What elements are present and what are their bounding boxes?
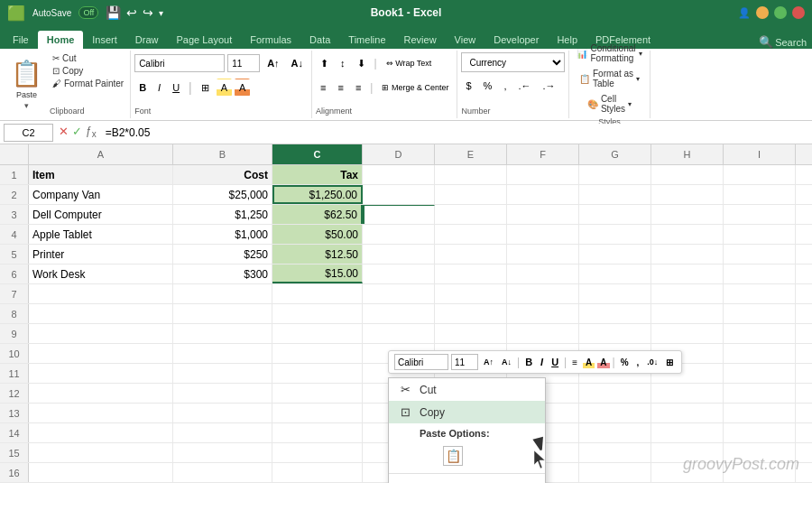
cell-e4[interactable] (435, 225, 507, 244)
cell-f7[interactable] (507, 284, 579, 303)
cell-i2[interactable] (724, 185, 796, 204)
col-header-h[interactable]: H (651, 144, 724, 164)
cell-h3[interactable] (651, 205, 724, 224)
cell-f5[interactable] (507, 245, 579, 264)
save-icon[interactable]: 💾 (106, 5, 121, 20)
cell-e3[interactable] (435, 205, 507, 224)
cell-f6[interactable] (507, 264, 579, 283)
confirm-formula-icon[interactable]: ✓ (72, 125, 82, 139)
autosave-toggle[interactable]: Off (78, 6, 98, 19)
cell-f2[interactable] (507, 185, 579, 204)
cell-i4[interactable] (724, 225, 796, 244)
cell-c1[interactable]: Tax (272, 165, 363, 184)
formula-input[interactable] (102, 124, 808, 142)
minimize-button[interactable]: − (756, 6, 769, 19)
cell-g1[interactable] (579, 165, 651, 184)
cell-d5[interactable] (363, 245, 435, 264)
cell-g7[interactable] (579, 284, 651, 303)
align-left-button[interactable]: ≡ (316, 79, 330, 97)
mini-highlight[interactable]: A (583, 357, 595, 368)
mini-underline[interactable]: U (549, 356, 561, 368)
mini-increase-font[interactable]: A↑ (481, 357, 496, 367)
decrease-decimal-button[interactable]: .← (513, 77, 535, 95)
tab-view[interactable]: View (446, 31, 485, 49)
cell-a2[interactable]: Company Van (29, 185, 173, 204)
cell-i7[interactable] (724, 284, 796, 303)
cell-c4[interactable]: $50.00 (272, 225, 363, 244)
cell-reference-input[interactable] (4, 124, 53, 142)
cell-f1[interactable] (507, 165, 579, 184)
col-header-i[interactable]: I (724, 144, 796, 164)
cell-i1[interactable] (724, 165, 796, 184)
copy-button[interactable]: ⊡ Copy (50, 65, 86, 77)
cell-a3[interactable]: Dell Computer (29, 205, 173, 224)
align-center-button[interactable]: ≡ (333, 79, 347, 97)
tab-page-layout[interactable]: Page Layout (167, 31, 241, 49)
cell-d2[interactable] (363, 185, 435, 204)
cell-h6[interactable] (651, 264, 724, 283)
cell-f3[interactable] (507, 205, 579, 224)
cell-d6[interactable] (363, 264, 435, 283)
comma-button[interactable]: , (499, 77, 511, 95)
cell-d7[interactable] (363, 284, 435, 303)
align-bottom-button[interactable]: ⬇ (353, 54, 370, 72)
cell-styles-button[interactable]: 🎨 CellStyles ▾ (584, 92, 635, 116)
cell-b1[interactable]: Cost (173, 165, 272, 184)
cell-g4[interactable] (579, 225, 651, 244)
cell-c3[interactable]: $62.50 (272, 205, 363, 224)
cell-e6[interactable] (435, 264, 507, 283)
number-format-dropdown[interactable]: Currency General Number Accounting Short… (461, 52, 565, 72)
mini-percent[interactable]: % (618, 357, 632, 368)
col-header-a[interactable]: A (29, 144, 173, 164)
mini-bold[interactable]: B (522, 356, 535, 368)
cell-h2[interactable] (651, 185, 724, 204)
cell-h5[interactable] (651, 245, 724, 264)
font-color-button[interactable]: A (235, 79, 250, 97)
mini-decimal-dec[interactable]: .0↓ (644, 357, 660, 367)
tab-insert[interactable]: Insert (83, 31, 126, 49)
fill-color-button[interactable]: A (217, 79, 232, 97)
cell-c5[interactable]: $12.50 (272, 245, 363, 264)
cell-e5[interactable] (435, 245, 507, 264)
cell-a6[interactable]: Work Desk (29, 264, 173, 283)
format-as-table-button[interactable]: 📋 Format asTable ▾ (576, 67, 643, 90)
cell-d3[interactable] (363, 205, 435, 224)
cell-h1[interactable] (651, 165, 724, 184)
cell-h7[interactable] (651, 284, 724, 303)
wrap-text-button[interactable]: ⇔ Wrap Text (382, 54, 437, 72)
align-top-button[interactable]: ⬆ (316, 54, 333, 72)
merge-center-button[interactable]: ⊞ Merge & Center (377, 79, 453, 97)
mini-size-selector[interactable] (451, 354, 478, 370)
percent-button[interactable]: % (479, 77, 497, 95)
cell-b5[interactable]: $250 (173, 245, 272, 264)
redo-icon[interactable]: ↪ (143, 5, 153, 20)
search-label[interactable]: Search (775, 37, 807, 48)
accounting-format-button[interactable]: $ (461, 77, 475, 95)
cell-a7[interactable] (29, 284, 173, 303)
cell-d1[interactable] (363, 165, 435, 184)
format-painter-button[interactable]: 🖌 Format Painter (50, 78, 126, 89)
paste-arrow[interactable]: ▾ (24, 101, 29, 110)
tab-file[interactable]: File (4, 31, 38, 49)
user-icon[interactable]: 👤 (738, 7, 751, 19)
col-header-d[interactable]: D (363, 144, 435, 164)
tab-formulas[interactable]: Formulas (241, 31, 300, 49)
cell-c6[interactable]: $15.00 (272, 264, 363, 283)
cell-d4[interactable] (363, 225, 435, 244)
col-header-e[interactable]: E (435, 144, 507, 164)
cell-g5[interactable] (579, 245, 651, 264)
cell-e7[interactable] (435, 284, 507, 303)
underline-button[interactable]: U (168, 79, 184, 97)
cell-e1[interactable] (435, 165, 507, 184)
context-paste-special[interactable]: ⋯ Paste Special... (389, 476, 545, 483)
mini-font-selector[interactable] (394, 354, 448, 370)
more-icon[interactable]: ▾ (159, 8, 163, 18)
tab-data[interactable]: Data (300, 31, 339, 49)
increase-font-button[interactable]: A↑ (263, 54, 283, 72)
cell-i6[interactable] (724, 264, 796, 283)
cell-b2[interactable]: $25,000 (173, 185, 272, 204)
mini-border[interactable]: ⊞ (663, 357, 676, 368)
undo-icon[interactable]: ↩ (126, 5, 137, 20)
cell-b3[interactable]: $1,250 (173, 205, 272, 224)
cell-b4[interactable]: $1,000 (173, 225, 272, 244)
